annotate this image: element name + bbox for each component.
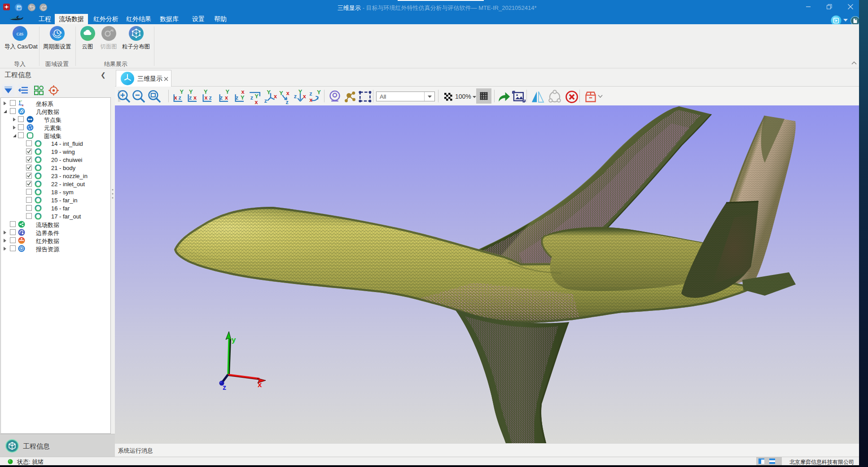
- svg-text:x: x: [258, 380, 262, 389]
- svg-text:x: x: [22, 104, 24, 107]
- svg-text:Y: Y: [21, 100, 22, 102]
- svg-text:x: x: [309, 96, 312, 103]
- svg-text:Y: Y: [317, 89, 321, 96]
- svg-text:z: z: [250, 94, 253, 101]
- svg-text:x: x: [193, 94, 197, 101]
- svg-text:Y: Y: [189, 89, 193, 95]
- svg-text:x: x: [241, 89, 244, 95]
- svg-text:Y: Y: [225, 89, 229, 95]
- svg-text:x: x: [255, 99, 258, 105]
- svg-text:z: z: [18, 103, 20, 106]
- svg-text:x: x: [174, 94, 177, 101]
- svg-text:z: z: [223, 384, 226, 391]
- svg-text:x: x: [274, 93, 277, 100]
- svg-text:y: y: [232, 336, 236, 344]
- svg-text:z: z: [209, 94, 211, 101]
- svg-text:Y: Y: [204, 89, 208, 95]
- svg-text:z: z: [294, 93, 297, 100]
- svg-text:Y: Y: [267, 89, 271, 96]
- svg-text:z: z: [264, 97, 267, 104]
- svg-text:Y: Y: [279, 90, 283, 96]
- svg-text:Y: Y: [298, 89, 302, 95]
- svg-text:z: z: [309, 90, 312, 97]
- svg-text:x: x: [286, 90, 289, 96]
- svg-text:Y: Y: [180, 89, 184, 95]
- svg-text:x: x: [303, 93, 306, 100]
- svg-text:z: z: [236, 94, 238, 101]
- svg-text:z: z: [220, 94, 223, 101]
- svg-text:cas: cas: [16, 31, 23, 37]
- svg-text:z: z: [285, 99, 288, 105]
